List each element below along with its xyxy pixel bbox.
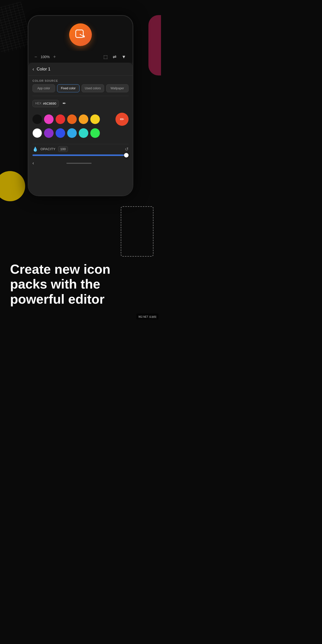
dropdown-icon[interactable]: ▼ bbox=[120, 53, 128, 61]
color-source-label: COLOR SOURCE bbox=[28, 76, 133, 84]
opacity-value-box[interactable]: 100 bbox=[58, 146, 68, 152]
swatch-orange-red[interactable] bbox=[67, 114, 77, 124]
color-panel: ‹ Color 1 COLOR SOURCE App color Fixed c… bbox=[28, 63, 133, 195]
hex-label: HEX bbox=[35, 102, 42, 105]
opacity-drop-icon: 💧 bbox=[32, 146, 38, 152]
watermark-text: 962.NET 乐游院 bbox=[138, 315, 156, 318]
phone-screen: − 100% + ⬚ ⇌ ▼ ‹ Color 1 COLOR SOURCE Ap… bbox=[28, 16, 133, 195]
edit-pencil-icon: ✏ bbox=[120, 116, 124, 122]
swatch-black[interactable] bbox=[32, 114, 42, 124]
zoom-plus-button[interactable]: + bbox=[52, 53, 57, 61]
app-icon-circle bbox=[69, 23, 92, 46]
source-wallpaper-button[interactable]: Wallpaper bbox=[106, 84, 129, 92]
swatch-purple[interactable] bbox=[44, 128, 54, 138]
source-used-colors-button[interactable]: Used colors bbox=[82, 84, 104, 92]
edit-color-button[interactable]: ✏ bbox=[115, 113, 129, 126]
svg-point-3 bbox=[80, 34, 81, 35]
bottom-navigation-bar: ‹ bbox=[28, 158, 133, 170]
panel-header: ‹ Color 1 bbox=[28, 63, 133, 76]
eyedropper-button[interactable]: ✒ bbox=[61, 100, 67, 107]
app-icon-area bbox=[28, 16, 133, 51]
hex-area: HEX #6C8690 ✒ bbox=[28, 96, 133, 111]
bg-maroon-decoration bbox=[148, 15, 161, 75]
source-fixed-color-button[interactable]: Fixed color bbox=[57, 84, 80, 92]
zoom-minus-button[interactable]: − bbox=[33, 53, 38, 61]
hex-value-display[interactable]: #6C8690 bbox=[43, 102, 56, 105]
opacity-label: OPACITY bbox=[41, 147, 56, 151]
home-indicator bbox=[66, 163, 92, 164]
opacity-reset-button[interactable]: ↺ bbox=[125, 146, 129, 152]
opacity-header: 💧 OPACITY 100 ↺ bbox=[32, 146, 129, 152]
swatch-teal[interactable] bbox=[79, 128, 88, 138]
bottom-back-button[interactable]: ‹ bbox=[32, 160, 34, 166]
swatch-sky-blue[interactable] bbox=[67, 128, 77, 138]
bottom-text-section: Create new icon packs with the powerful … bbox=[0, 252, 161, 322]
toolbar: − 100% + ⬚ ⇌ ▼ bbox=[28, 51, 133, 63]
hex-input-wrapper: HEX #6C8690 bbox=[32, 100, 59, 107]
app-icon-svg bbox=[74, 28, 87, 41]
bg-yellow-decoration bbox=[0, 171, 25, 201]
shuffle-icon[interactable]: ⇌ bbox=[111, 53, 118, 61]
swatch-orange[interactable] bbox=[79, 114, 88, 124]
capture-icon[interactable]: ⬚ bbox=[102, 53, 109, 61]
swatch-white[interactable] bbox=[32, 128, 42, 138]
swatch-blue[interactable] bbox=[56, 128, 65, 138]
watermark: 962.NET 乐游院 bbox=[136, 313, 158, 319]
opacity-slider[interactable] bbox=[32, 154, 129, 156]
main-heading: Create new icon packs with the powerful … bbox=[10, 262, 151, 307]
panel-back-button[interactable]: ‹ bbox=[32, 66, 34, 72]
opacity-section: 💧 OPACITY 100 ↺ bbox=[28, 144, 133, 158]
swatches-row-1: ✏ bbox=[32, 113, 129, 126]
swatches-row-2 bbox=[32, 128, 129, 138]
svg-rect-0 bbox=[76, 30, 83, 37]
swatch-green[interactable] bbox=[90, 128, 100, 138]
dashed-rect-decoration bbox=[121, 206, 153, 257]
panel-title: Color 1 bbox=[37, 67, 51, 72]
swatch-hot-pink[interactable] bbox=[44, 114, 54, 124]
source-app-color-button[interactable]: App color bbox=[32, 84, 55, 92]
phone-notch bbox=[65, 16, 96, 21]
opacity-slider-thumb[interactable] bbox=[124, 153, 129, 157]
source-buttons-group: App color Fixed color Used colors Wallpa… bbox=[28, 84, 133, 96]
swatch-yellow[interactable] bbox=[90, 114, 100, 124]
phone-frame: − 100% + ⬚ ⇌ ▼ ‹ Color 1 COLOR SOURCE Ap… bbox=[28, 15, 133, 196]
zoom-value-display: 100% bbox=[40, 55, 50, 59]
color-swatches-area: ✏ bbox=[28, 111, 133, 144]
swatch-red[interactable] bbox=[56, 114, 65, 124]
